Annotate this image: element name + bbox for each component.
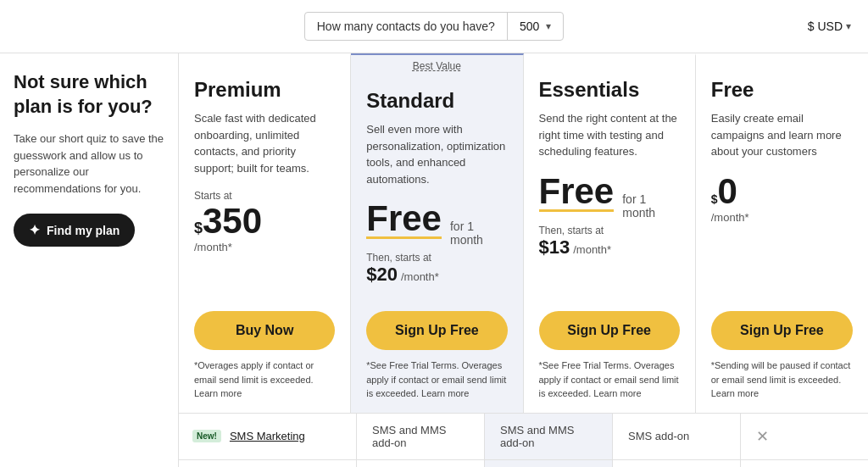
plan-free-desc: Easily create email campaigns and learn … (711, 110, 853, 160)
free-dollar-sign: $ (711, 192, 718, 206)
plan-premium-per-month: /month* (194, 241, 335, 253)
plan-premium-starts-at: Starts at (194, 190, 335, 202)
essentials-signup-button[interactable]: Sign Up Free (539, 311, 680, 350)
sidebar: Not sure which plan is for you? Take our… (0, 53, 178, 467)
standard-signup-button[interactable]: Sign Up Free (366, 311, 507, 350)
find-plan-label: Find my plan (47, 224, 120, 237)
plan-essentials-price: Free for 1 month Then, starts at $13 /mo… (539, 174, 680, 259)
free-signup-button[interactable]: Sign Up Free (711, 311, 853, 350)
plan-standard-header: Standard Sell even more with personaliza… (351, 74, 522, 301)
free-label: Free (366, 201, 442, 239)
plan-free-price: $ 0 (711, 174, 853, 209)
currency-chevron-icon: ▾ (846, 20, 851, 32)
ai-standard-value: No additional cost add-on (485, 460, 613, 468)
new-badge: New! (192, 430, 221, 442)
plan-free-fine-print: *Sending will be paused if contact or em… (696, 350, 868, 413)
essentials-then-price: $13 (539, 236, 570, 259)
plan-essentials-name: Essentials (539, 78, 680, 102)
contacts-value: 500 (520, 19, 539, 33)
plan-premium-header: Premium Scale fast with dedicated onboar… (179, 63, 350, 301)
contacts-selector[interactable]: How many contacts do you have? 500 ▾ (304, 12, 564, 41)
plan-standard-name: Standard (366, 89, 507, 113)
sms-label-cell: New! SMS Marketing (179, 414, 357, 459)
plan-premium-desc: Scale fast with dedicated onboarding, un… (194, 110, 335, 176)
plan-free-header: Free Easily create email campaigns and l… (696, 63, 868, 301)
ai-label-cell: Beta Generative AI Features (179, 460, 357, 468)
contacts-label: How many contacts do you have? (305, 13, 508, 40)
plan-essentials-fine-print: *See Free Trial Terms. Overages apply if… (524, 350, 695, 413)
ai-premium-value: No additional cost add-on (357, 460, 485, 468)
essentials-then-price-row: $13 /month* (539, 236, 680, 259)
top-bar: How many contacts do you have? 500 ▾ $ U… (0, 0, 868, 53)
plan-essentials: Essentials Send the right content at the… (524, 53, 696, 413)
sidebar-heading: Not sure which plan is for you? (14, 70, 164, 119)
essentials-then-starts: Then, starts at (539, 225, 680, 236)
plan-standard: Best Value Standard Sell even more with … (351, 53, 523, 413)
plan-premium-price: $ 350 (194, 203, 335, 239)
currency-selector[interactable]: $ USD ▾ (808, 19, 851, 33)
plans-grid: Premium Scale fast with dedicated onboar… (178, 53, 868, 467)
price-number: 350 (203, 203, 262, 239)
chevron-down-icon: ▾ (546, 20, 551, 32)
x-mark-free-sms: ✕ (756, 427, 769, 446)
contacts-value-dropdown[interactable]: 500 ▾ (508, 13, 563, 40)
plan-premium-fine-print: *Overages apply if contact or email send… (179, 350, 350, 413)
feature-rows: New! SMS Marketing SMS and MMS add-on SM… (179, 414, 868, 468)
plan-essentials-desc: Send the right content at the right time… (539, 110, 680, 160)
best-value-badge: Best Value (351, 55, 522, 74)
free-suffix: for 1 month (450, 220, 508, 247)
dollar-sign: $ (194, 220, 203, 237)
currency-label: $ USD (808, 19, 843, 33)
sms-essentials-value: SMS add-on (613, 414, 741, 459)
buy-now-button[interactable]: Buy Now (194, 311, 335, 350)
sms-free-value: ✕ (741, 414, 868, 459)
essentials-free-suffix: for 1 month (622, 192, 680, 220)
plan-essentials-header: Essentials Send the right content at the… (524, 63, 695, 301)
then-price: $20 (366, 264, 398, 286)
essentials-free-row: Free for 1 month (539, 174, 680, 220)
then-price-row: $20 /month* (366, 264, 507, 286)
plan-free-per-month: /month* (711, 211, 853, 224)
feature-row-ai: Beta Generative AI Features No additiona… (179, 460, 868, 468)
free-price-number: 0 (718, 174, 737, 209)
sms-standard-value: SMS and MMS add-on (485, 414, 613, 459)
sms-label-text[interactable]: SMS Marketing (230, 430, 305, 442)
plan-standard-fine-print: *See Free Trial Terms. Overages apply if… (351, 350, 522, 413)
then-starts: Then, starts at (366, 252, 507, 264)
find-plan-button[interactable]: ✦ Find my plan (14, 214, 135, 247)
plan-premium-name: Premium (194, 78, 335, 102)
plan-standard-price: Free for 1 month Then, starts at $20 /mo… (366, 201, 507, 286)
plans-row: Premium Scale fast with dedicated onboar… (179, 53, 868, 414)
main-content: Not sure which plan is for you? Take our… (0, 53, 868, 467)
free-price-row: Free for 1 month (366, 201, 507, 247)
plan-standard-desc: Sell even more with personalization, opt… (366, 121, 507, 187)
essentials-then-per-month: /month* (573, 243, 611, 256)
essentials-free-label: Free (539, 174, 615, 212)
sidebar-desc: Take our short quiz to save the guesswor… (14, 131, 164, 197)
plan-free-name: Free (711, 78, 853, 102)
ai-essentials-value: ✕ (613, 460, 741, 468)
sparkle-icon: ✦ (29, 222, 40, 238)
feature-row-sms: New! SMS Marketing SMS and MMS add-on SM… (179, 414, 868, 460)
plan-free: Free Easily create email campaigns and l… (696, 53, 868, 413)
ai-free-value: ✕ (741, 460, 868, 468)
then-per-month: /month* (401, 270, 439, 283)
plan-premium: Premium Scale fast with dedicated onboar… (179, 53, 351, 413)
sms-premium-value: SMS and MMS add-on (357, 414, 485, 459)
